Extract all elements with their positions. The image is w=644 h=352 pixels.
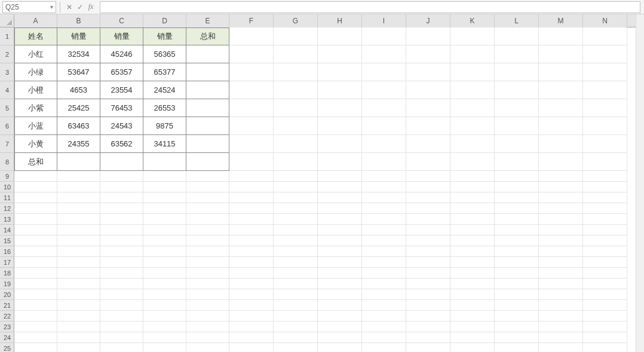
cell-M23[interactable] xyxy=(539,322,583,332)
cell-E19[interactable] xyxy=(186,278,229,289)
cell-A17[interactable] xyxy=(14,257,57,268)
cell-I13[interactable] xyxy=(362,214,406,225)
cell-H2[interactable] xyxy=(318,45,362,63)
cell-N13[interactable] xyxy=(583,214,627,225)
cell-N9[interactable] xyxy=(583,171,627,182)
cell-B16[interactable] xyxy=(57,246,100,257)
cell-H23[interactable] xyxy=(318,322,362,332)
cell-F20[interactable] xyxy=(229,289,274,300)
cell-C14[interactable] xyxy=(100,225,143,235)
cell-F18[interactable] xyxy=(229,268,274,278)
cell-J11[interactable] xyxy=(406,192,450,203)
cell-M4[interactable] xyxy=(539,81,583,99)
cell-G18[interactable] xyxy=(274,268,318,278)
column-header-M[interactable]: M xyxy=(539,14,583,27)
cell-L19[interactable] xyxy=(495,278,539,289)
cell-D9[interactable] xyxy=(143,171,186,182)
cell-G9[interactable] xyxy=(274,171,318,182)
cell-H4[interactable] xyxy=(318,81,362,99)
cell-I12[interactable] xyxy=(362,203,406,214)
cell-L4[interactable] xyxy=(495,81,539,99)
cell-J24[interactable] xyxy=(406,332,450,343)
cell-F2[interactable] xyxy=(229,45,274,63)
cell-F13[interactable] xyxy=(229,214,274,225)
cell-D24[interactable] xyxy=(143,332,186,343)
cell-B14[interactable] xyxy=(57,225,100,235)
cell-A25[interactable] xyxy=(14,343,57,352)
cell-N10[interactable] xyxy=(583,182,627,192)
table-header-0[interactable]: 姓名 xyxy=(14,27,57,45)
cell-G4[interactable] xyxy=(274,81,318,99)
cell-M6[interactable] xyxy=(539,117,583,135)
cell-L7[interactable] xyxy=(495,135,539,153)
cell-N25[interactable] xyxy=(583,343,627,352)
cell-C16[interactable] xyxy=(100,246,143,257)
cell-G24[interactable] xyxy=(274,332,318,343)
cell-J6[interactable] xyxy=(406,117,450,135)
cell-I18[interactable] xyxy=(362,268,406,278)
cell-L12[interactable] xyxy=(495,203,539,214)
cell-H1[interactable] xyxy=(318,27,362,45)
cell-K11[interactable] xyxy=(450,192,495,203)
row-header-3[interactable]: 3 xyxy=(0,63,14,81)
cell-L25[interactable] xyxy=(495,343,539,352)
cell-M8[interactable] xyxy=(539,153,583,171)
cell-I17[interactable] xyxy=(362,257,406,268)
row-header-12[interactable]: 12 xyxy=(0,203,14,214)
cell-G17[interactable] xyxy=(274,257,318,268)
cell-H10[interactable] xyxy=(318,182,362,192)
cell-J23[interactable] xyxy=(406,322,450,332)
cell-J13[interactable] xyxy=(406,214,450,225)
cell-L17[interactable] xyxy=(495,257,539,268)
cell-N4[interactable] xyxy=(583,81,627,99)
cell-M25[interactable] xyxy=(539,343,583,352)
cell-E15[interactable] xyxy=(186,235,229,246)
cell-K2[interactable] xyxy=(450,45,495,63)
cell-B21[interactable] xyxy=(57,300,100,311)
cell-L21[interactable] xyxy=(495,300,539,311)
cell-I10[interactable] xyxy=(362,182,406,192)
table-val-5-1[interactable]: 63562 xyxy=(100,135,143,153)
cell-C23[interactable] xyxy=(100,322,143,332)
cell-D22[interactable] xyxy=(143,311,186,322)
column-header-A[interactable]: A xyxy=(14,14,57,27)
table-val-0-1[interactable]: 45246 xyxy=(100,45,143,63)
table-val-0-0[interactable]: 32534 xyxy=(57,45,100,63)
cell-N6[interactable] xyxy=(583,117,627,135)
cell-B11[interactable] xyxy=(57,192,100,203)
cell-E13[interactable] xyxy=(186,214,229,225)
cell-C25[interactable] xyxy=(100,343,143,352)
cell-E9[interactable] xyxy=(186,171,229,182)
row-header-1[interactable]: 1 xyxy=(0,27,14,45)
cell-I2[interactable] xyxy=(362,45,406,63)
cell-K20[interactable] xyxy=(450,289,495,300)
cell-N1[interactable] xyxy=(583,27,627,45)
cell-F15[interactable] xyxy=(229,235,274,246)
cell-H15[interactable] xyxy=(318,235,362,246)
cell-J14[interactable] xyxy=(406,225,450,235)
cell-I11[interactable] xyxy=(362,192,406,203)
cell-N14[interactable] xyxy=(583,225,627,235)
row-header-11[interactable]: 11 xyxy=(0,192,14,203)
cell-N7[interactable] xyxy=(583,135,627,153)
column-header-B[interactable]: B xyxy=(57,14,100,27)
cell-K25[interactable] xyxy=(450,343,495,352)
cell-H22[interactable] xyxy=(318,311,362,322)
cell-A18[interactable] xyxy=(14,268,57,278)
cell-F14[interactable] xyxy=(229,225,274,235)
cell-A20[interactable] xyxy=(14,289,57,300)
chevron-down-icon[interactable]: ▾ xyxy=(50,4,56,10)
table-val-4-1[interactable]: 24543 xyxy=(100,117,143,135)
column-header-J[interactable]: J xyxy=(406,14,450,27)
cell-I8[interactable] xyxy=(362,153,406,171)
cell-H3[interactable] xyxy=(318,63,362,81)
cell-J15[interactable] xyxy=(406,235,450,246)
cell-K24[interactable] xyxy=(450,332,495,343)
cell-J9[interactable] xyxy=(406,171,450,182)
cell-M9[interactable] xyxy=(539,171,583,182)
name-box[interactable]: Q25 ▾ xyxy=(2,1,56,13)
cell-N17[interactable] xyxy=(583,257,627,268)
cell-N15[interactable] xyxy=(583,235,627,246)
cell-G13[interactable] xyxy=(274,214,318,225)
cell-L9[interactable] xyxy=(495,171,539,182)
